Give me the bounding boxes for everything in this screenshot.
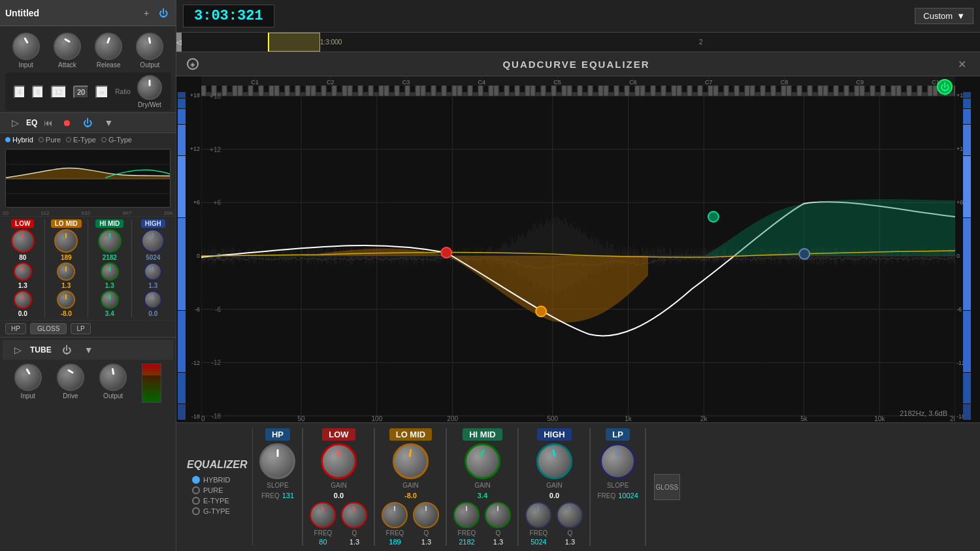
hybrid-label: Hybrid — [12, 136, 33, 144]
band-lomid-header[interactable]: LO MID — [51, 219, 82, 228]
input-knob[interactable] — [12, 33, 40, 60]
lomid-section-label[interactable]: LO MID — [389, 428, 433, 441]
band-lomid-gain-knob[interactable] — [54, 229, 78, 253]
eq-mode-bar: ▷ EQ ⏮ ⏺ ⏻ ▼ — [0, 112, 176, 133]
band-low-header[interactable]: LOW — [11, 219, 34, 228]
eq-type-row: Hybrid Pure E-Type G-Type — [0, 133, 176, 146]
high-freq-val: 5024 — [531, 538, 546, 546]
himid-freq-knob[interactable] — [453, 502, 480, 528]
band-lomid-q2-knob[interactable] — [57, 291, 75, 309]
tube-menu-icon[interactable]: ▼ — [82, 343, 96, 357]
timeline-scroll-left[interactable]: ◁ — [176, 33, 182, 52]
band-high-gain-knob[interactable] — [141, 229, 165, 253]
ratio-8[interactable]: 8 — [32, 86, 44, 99]
high-gain-knob[interactable] — [536, 443, 572, 479]
band-himid-gain-knob[interactable] — [98, 229, 122, 253]
band-high-header[interactable]: HIGH — [141, 219, 165, 228]
input-label: Input — [19, 61, 33, 69]
low-q-knob[interactable] — [341, 502, 367, 528]
left-meter-panel: +18 +12 +6 0 -6 -12 -18 — [176, 76, 201, 422]
band-lomid: LO MID 189 1.3 -8.0 — [46, 219, 87, 317]
high-q-knob[interactable] — [557, 502, 583, 528]
gloss-button[interactable]: GLOSS — [30, 323, 67, 334]
tube-power-icon[interactable]: ⏻ — [59, 343, 74, 357]
ratio-12[interactable]: 12 — [51, 86, 67, 99]
record-icon[interactable]: ⏺ — [59, 116, 74, 129]
high-freq-knob[interactable] — [525, 502, 551, 528]
tube-arrow-icon[interactable]: ▷ — [10, 343, 25, 357]
band-himid-header[interactable]: HI MID — [95, 219, 123, 228]
eq-power-icon[interactable]: ⏻ — [937, 79, 953, 95]
high-freq-col: FREQ 5024 — [525, 502, 551, 546]
eq-close-icon[interactable]: ✕ — [954, 56, 970, 72]
eq-type-gtype[interactable]: G-Type — [101, 136, 132, 144]
hp-lp-row: HP GLOSS LP — [0, 320, 176, 337]
power-indicator[interactable]: ⏻ — [156, 6, 171, 20]
lp-section-label[interactable]: LP — [606, 428, 630, 441]
ratio-4[interactable]: 4 — [14, 86, 25, 99]
attack-knob[interactable] — [54, 33, 81, 60]
high-section-label[interactable]: HIGH — [537, 428, 572, 441]
lomid-freq-knob[interactable] — [382, 502, 408, 528]
lomid-q-knob[interactable] — [413, 502, 439, 528]
timeline-selection[interactable] — [268, 33, 320, 52]
hp-button[interactable]: HP — [5, 323, 26, 334]
ratio-20[interactable]: 20 — [73, 86, 89, 99]
eq-menu-icon[interactable]: ▼ — [101, 116, 116, 130]
lomid-q-col: Q 1.3 — [413, 502, 439, 546]
opt-hybrid[interactable]: HYBRID — [192, 476, 242, 484]
lp-button[interactable]: LP — [71, 323, 90, 334]
low-q-label: Q — [352, 529, 357, 537]
himid-section-label[interactable]: HI MID — [463, 428, 502, 441]
low-gain-knob[interactable] — [321, 443, 357, 479]
lomid-gain-knob[interactable] — [393, 443, 429, 479]
opt-etype[interactable]: E-TYPE — [192, 497, 242, 505]
release-knob[interactable] — [95, 33, 122, 60]
band-lomid-q-knob[interactable] — [57, 262, 75, 281]
band-high-q2-knob[interactable] — [144, 291, 162, 309]
lp-slope-knob[interactable] — [600, 443, 636, 479]
band-low-q-knob[interactable] — [14, 262, 32, 281]
drywet-knob[interactable] — [137, 75, 162, 100]
timeline-bar[interactable]: ◁ 1:3:000 2 — [176, 33, 980, 52]
tube-section: ▷ TUBE ⏻ ▼ Input Drive Output — [0, 337, 176, 409]
tube-output-knob[interactable] — [99, 364, 127, 391]
himid-gain-knob[interactable] — [465, 443, 500, 479]
drywet-container: Dry/Wet — [137, 75, 162, 108]
gtype-radio-dot — [192, 507, 200, 515]
eq-type-etype[interactable]: E-Type — [66, 136, 96, 144]
band-high-q-knob[interactable] — [144, 262, 162, 281]
band-controls-row: LOW 80 1.3 0.0 LO MID 189 1.3 -8.0 HI MI… — [0, 216, 176, 320]
eq-arrow-icon[interactable]: ▷ — [8, 116, 22, 130]
eq-type-pure[interactable]: Pure — [39, 136, 61, 144]
hp-freq-row: FREQ 131 — [261, 492, 294, 499]
band-low-gain-knob[interactable] — [11, 229, 35, 253]
preset-dropdown[interactable]: Custom ▼ — [915, 8, 973, 24]
band-himid-q-knob[interactable] — [101, 262, 119, 281]
eq-power-icon[interactable]: ⏻ — [80, 116, 95, 130]
eq-power-button[interactable]: ⏻ — [937, 79, 953, 95]
left-panel: Untitled + ⏻ Input Attack Release Output… — [0, 0, 176, 551]
eq-type-hybrid[interactable]: Hybrid — [5, 136, 33, 144]
opt-pure[interactable]: PURE — [192, 486, 242, 494]
output-knob[interactable] — [136, 33, 163, 60]
gloss-section: GLOSS — [645, 428, 688, 546]
tube-drive-knob[interactable] — [57, 364, 84, 391]
add-button[interactable]: + — [139, 6, 154, 20]
hp-section-label[interactable]: HP — [265, 428, 290, 441]
himid-freq-col: FREQ 2182 — [453, 502, 480, 546]
hp-slope-knob[interactable] — [259, 443, 295, 479]
rewind-icon[interactable]: ⏮ — [41, 116, 56, 129]
tube-input-knob[interactable] — [14, 364, 42, 391]
dropdown-arrow-icon: ▼ — [956, 11, 965, 21]
band-low-q2-knob[interactable] — [14, 291, 32, 309]
himid-q-knob[interactable] — [485, 502, 511, 528]
opt-gtype[interactable]: G-TYPE — [192, 507, 242, 515]
low-section-label[interactable]: LOW — [322, 428, 355, 441]
ratio-inf[interactable]: ∞ — [95, 86, 108, 99]
timeline-marker-2: 2 — [699, 39, 703, 46]
band-himid-q2-knob[interactable] — [101, 291, 119, 309]
gloss-main-button[interactable]: GLOSS — [654, 474, 680, 500]
eq-info-icon[interactable]: ◈ — [187, 58, 199, 70]
low-freq-knob[interactable] — [310, 502, 336, 528]
